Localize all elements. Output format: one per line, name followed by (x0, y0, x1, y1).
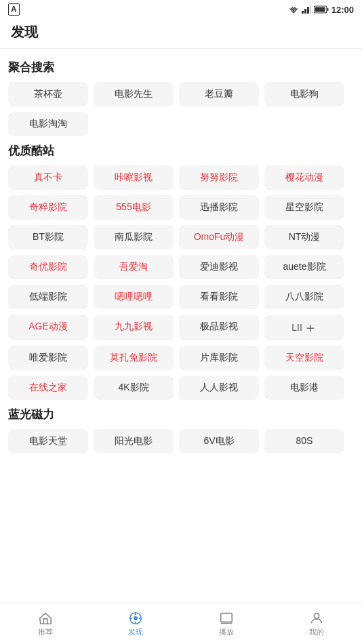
chips-row-aggregate: 茶杯壶 电影先生 老豆瓣 电影狗 电影淘淘 (8, 82, 354, 136)
svg-point-18 (315, 613, 319, 618)
svg-rect-8 (327, 8, 328, 11)
chip-吾爱淘[interactable]: 吾爱淘 (94, 255, 174, 279)
chips-row-quality: 真不卡 咔嚓影视 努努影院 樱花动漫 奇粹影院 555电影 迅播影院 星空影院 … (8, 165, 354, 400)
chip-NT动漫[interactable]: NT动漫 (264, 225, 344, 249)
chip-OmoFu动漫[interactable]: OmoFu动漫 (179, 225, 259, 249)
chip-茶杯壶[interactable]: 茶杯壶 (8, 82, 88, 106)
chip-阳光电影[interactable]: 阳光电影 (94, 429, 174, 454)
chip-八八影院[interactable]: 八八影院 (264, 285, 344, 309)
chip-80S[interactable]: 80S (264, 429, 344, 454)
chip-片库影院[interactable]: 片库影院 (179, 346, 259, 370)
play-icon (219, 611, 234, 626)
status-right: 12:00 (288, 5, 354, 15)
page-title: 发现 (11, 23, 351, 41)
chip-唯爱影院[interactable]: 唯爱影院 (8, 346, 88, 370)
section-title-quality: 优质酷站 (8, 143, 354, 159)
chip-电影淘淘[interactable]: 电影淘淘 (8, 112, 88, 136)
svg-rect-6 (310, 5, 311, 14)
svg-rect-5 (307, 7, 309, 14)
section-aggregate-search: 聚合搜索 茶杯壶 电影先生 老豆瓣 电影狗 电影淘淘 (8, 60, 354, 136)
svg-rect-9 (315, 7, 325, 12)
chip-奇粹影院[interactable]: 奇粹影院 (8, 195, 88, 220)
chip-嗯哩嗯哩[interactable]: 嗯哩嗯哩 (94, 285, 174, 309)
nav-label-recommend: 推荐 (38, 627, 53, 637)
chip-天空影院[interactable]: 天空影院 (264, 346, 344, 370)
section-quality-sites: 优质酷站 真不卡 咔嚓影视 努努影院 樱花动漫 奇粹影院 555电影 迅播影院 … (8, 143, 354, 400)
section-title-bluray: 蓝光磁力 (8, 407, 354, 422)
chip-极品影视[interactable]: 极品影视 (179, 315, 259, 340)
chip-电影天堂[interactable]: 电影天堂 (8, 429, 88, 454)
nav-item-mine[interactable]: 我的 (272, 608, 363, 640)
signal-icon (302, 5, 311, 14)
chip-555电影[interactable]: 555电影 (94, 195, 174, 220)
chip-在线之家[interactable]: 在线之家 (8, 376, 88, 400)
chips-row-bluray: 电影天堂 阳光电影 6V电影 80S (8, 429, 354, 454)
chip-6V电影[interactable]: 6V电影 (179, 429, 259, 454)
time-display: 12:00 (331, 5, 354, 15)
svg-rect-3 (302, 11, 304, 14)
chip-电影港[interactable]: 电影港 (264, 376, 344, 400)
chip-樱花动漫[interactable]: 樱花动漫 (264, 165, 344, 190)
status-left: A (8, 3, 20, 16)
chip-南瓜影院[interactable]: 南瓜影院 (94, 225, 174, 249)
svg-rect-16 (221, 613, 233, 622)
nav-label-play: 播放 (219, 627, 234, 637)
chip-auete影院[interactable]: auete影院 (264, 255, 344, 279)
main-content: 聚合搜索 茶杯壶 电影先生 老豆瓣 电影狗 电影淘淘 优质酷站 真不卡 咔嚓影视… (0, 49, 362, 603)
nav-label-discover: 发现 (128, 627, 143, 637)
chip-电影狗[interactable]: 电影狗 (264, 82, 344, 106)
status-bar: A 12:00 (0, 0, 362, 19)
chip-奇优影院[interactable]: 奇优影院 (8, 255, 88, 279)
chip-看看影院[interactable]: 看看影院 (179, 285, 259, 309)
nav-item-play[interactable]: 播放 (181, 608, 272, 640)
chip-老豆瓣[interactable]: 老豆瓣 (179, 82, 259, 106)
nav-item-recommend[interactable]: 推荐 (0, 608, 91, 640)
battery-icon (314, 5, 329, 14)
nav-label-mine: 我的 (309, 627, 324, 637)
chip-星空影院[interactable]: 星空影院 (264, 195, 344, 220)
chip-迅播影院[interactable]: 迅播影院 (179, 195, 259, 220)
top-bar: 发现 (0, 19, 362, 49)
svg-point-11 (134, 617, 138, 620)
nav-item-discover[interactable]: 发现 (91, 608, 182, 640)
section-title-aggregate: 聚合搜索 (8, 60, 354, 75)
section-bluray: 蓝光磁力 电影天堂 阳光电影 6V电影 80S (8, 407, 354, 454)
wifi-icon (288, 5, 299, 14)
home-icon (38, 611, 53, 626)
chip-lii-plus[interactable]: LII ＋ (264, 315, 344, 340)
chip-莫扎免影院[interactable]: 莫扎免影院 (94, 346, 174, 370)
chip-AGE动漫[interactable]: AGE动漫 (8, 315, 88, 340)
chip-4K影院[interactable]: 4K影院 (94, 376, 174, 400)
chip-BT影院[interactable]: BT影院 (8, 225, 88, 249)
lii-text: LII (291, 322, 302, 333)
chip-九九影视[interactable]: 九九影视 (94, 315, 174, 340)
bottom-nav: 推荐 发现 播放 我的 (0, 603, 362, 644)
chip-人人影视[interactable]: 人人影视 (179, 376, 259, 400)
mine-icon (309, 611, 324, 626)
chip-咔嚓影视[interactable]: 咔嚓影视 (94, 165, 174, 190)
app-icon: A (8, 3, 20, 16)
discover-icon (128, 611, 143, 626)
chip-低端影院[interactable]: 低端影院 (8, 285, 88, 309)
chip-爱迪影视[interactable]: 爱迪影视 (179, 255, 259, 279)
chip-努努影院[interactable]: 努努影院 (179, 165, 259, 190)
chip-电影先生[interactable]: 电影先生 (94, 82, 174, 106)
chip-真不卡[interactable]: 真不卡 (8, 165, 88, 190)
plus-icon: ＋ (304, 321, 317, 334)
svg-rect-4 (304, 9, 306, 14)
